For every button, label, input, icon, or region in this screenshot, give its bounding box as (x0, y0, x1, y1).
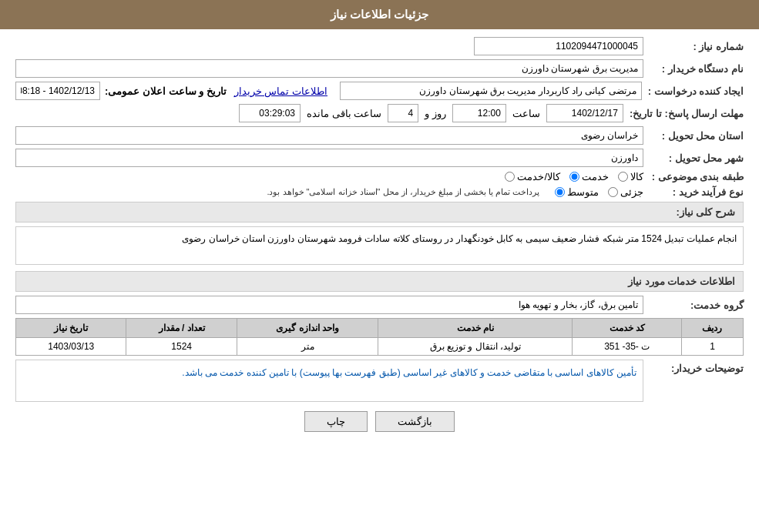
page-title: جزئیات اطلاعات نیاز (331, 8, 428, 21)
cell-row_num: 1 (681, 338, 743, 356)
date-creator-row: ایجاد کننده درخواست : اطلاعات تماس خریدا… (15, 82, 744, 100)
process-jozei-option[interactable]: جزئی (608, 186, 643, 198)
deadline-days-label: روز و (425, 108, 446, 119)
category-kala-khedmat-label: کالا/خدمت (517, 171, 560, 182)
description-box: انجام عملیات تبدیل 1524 متر شبکه فشار ضع… (15, 226, 744, 265)
category-kala-radio[interactable] (618, 172, 628, 182)
cell-service_name: تولید، انتقال و توزیع برق (378, 338, 573, 356)
deadline-time-label: ساعت (512, 108, 540, 119)
services-table: ردیف کد خدمت نام خدمت واحد اندازه گیری ت… (15, 318, 744, 356)
print-button[interactable]: چاپ (304, 411, 368, 432)
table-row: 1ت -35- 351تولید، انتقال و توزیع برقمتر1… (16, 338, 744, 356)
category-kala-khedmat-radio[interactable] (505, 172, 515, 182)
deadline-label: مهلت ارسال پاسخ: تا تاریخ: (623, 108, 744, 119)
contact-link[interactable]: اطلاعات تماس خریدار (234, 85, 327, 97)
category-row: طبقه بندی موضوعی : کالا خدمت کالا/خدمت (15, 171, 744, 182)
province-input[interactable] (15, 126, 643, 145)
process-jozei-radio[interactable] (608, 187, 618, 197)
deadline-time-input[interactable] (452, 104, 506, 122)
buyer-notes-label: توضیحات خریدار: (643, 360, 744, 374)
creator-label: ایجاد کننده درخواست : (642, 85, 744, 97)
page-header: جزئیات اطلاعات نیاز (0, 0, 759, 29)
deadline-remaining-label: ساعت باقی مانده (307, 108, 381, 119)
service-group-row: گروه خدمت: (15, 296, 744, 314)
description-section-title: شرح کلی نیاز: (15, 202, 744, 223)
col-quantity: تعداد / مقدار (126, 319, 237, 338)
category-khedmat-label: خدمت (582, 171, 609, 182)
cell-unit: متر (237, 338, 378, 356)
category-label: طبقه بندی موضوعی : (643, 171, 744, 182)
col-unit: واحد اندازه گیری (237, 319, 378, 338)
category-khedmat-option[interactable]: خدمت (569, 171, 609, 182)
buyer-notes-row: توضیحات خریدار: تأمین کالاهای اساسی با م… (15, 360, 744, 402)
button-row: بازگشت چاپ (15, 411, 744, 432)
process-row: نوع فرآیند خرید : جزئی متوسط پرداخت تمام… (15, 186, 744, 198)
col-service-code: کد خدمت (573, 319, 682, 338)
deadline-days-input[interactable] (388, 104, 418, 122)
back-button[interactable]: بازگشت (375, 411, 455, 432)
services-section-title: اطلاعات خدمات مورد نیاز (15, 271, 744, 292)
category-kala-label: کالا (630, 171, 643, 182)
date-label: تاریخ و ساعت اعلان عمومی: (105, 85, 227, 97)
date-input[interactable] (15, 82, 100, 100)
need-number-input[interactable] (474, 37, 643, 55)
process-jozei-label: جزئی (620, 186, 643, 198)
need-number-row: شماره نیاز : (15, 37, 744, 55)
process-motovaset-label: متوسط (567, 186, 599, 198)
col-row-num: ردیف (681, 319, 743, 338)
city-row: شهر محل تحویل : (15, 149, 744, 167)
cell-quantity: 1524 (126, 338, 237, 356)
deadline-date-input[interactable] (546, 104, 623, 122)
need-number-label: شماره نیاز : (643, 41, 744, 52)
description-text: انجام عملیات تبدیل 1524 متر شبکه فشار ضع… (182, 233, 737, 244)
buyer-org-row: نام دستگاه خریدار : (15, 59, 744, 78)
col-service-name: نام خدمت (378, 319, 573, 338)
services-title-text: اطلاعات خدمات مورد نیاز (628, 276, 735, 287)
service-group-label: گروه خدمت: (643, 299, 744, 311)
buyer-org-label: نام دستگاه خریدار : (643, 63, 744, 75)
process-motovaset-radio[interactable] (555, 187, 565, 197)
col-date: تاریخ نیاز (16, 319, 126, 338)
category-khedmat-radio[interactable] (569, 172, 579, 182)
cell-service_code: ت -35- 351 (573, 338, 682, 356)
city-input[interactable] (15, 149, 643, 167)
city-label: شهر محل تحویل : (643, 152, 744, 164)
process-note: پرداخت تمام یا بخشی از مبلغ خریدار، از م… (267, 187, 539, 197)
buyer-notes-box: تأمین کالاهای اساسی با متقاضی خدمت و کال… (15, 360, 643, 402)
description-title-text: شرح کلی نیاز: (676, 206, 735, 218)
process-motovaset-option[interactable]: متوسط (555, 186, 599, 198)
deadline-row: مهلت ارسال پاسخ: تا تاریخ: ساعت روز و سا… (15, 104, 744, 122)
creator-input[interactable] (340, 82, 642, 100)
buyer-notes-text: تأمین کالاهای اساسی با متقاضی خدمت و کال… (182, 367, 636, 378)
process-label: نوع فرآیند خرید : (643, 186, 744, 198)
cell-date: 1403/03/13 (16, 338, 126, 356)
province-label: استان محل تحویل : (643, 130, 744, 142)
category-kala-khedmat-option[interactable]: کالا/خدمت (505, 171, 560, 182)
province-row: استان محل تحویل : (15, 126, 744, 145)
buyer-org-input[interactable] (15, 59, 643, 78)
service-group-input[interactable] (15, 296, 643, 314)
category-kala-option[interactable]: کالا (618, 171, 643, 182)
deadline-remaining-input[interactable] (239, 104, 301, 122)
